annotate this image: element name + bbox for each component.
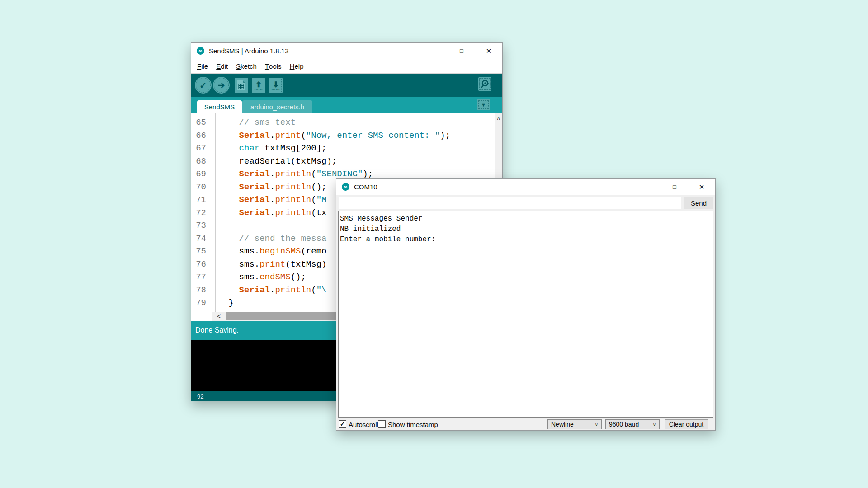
baud-rate-select[interactable]: 9600 baud ∨ (605, 419, 660, 429)
menu-sketch[interactable]: Sketch (232, 59, 261, 73)
save-dots: •••••• (272, 89, 280, 90)
line-number: 73 (191, 219, 211, 232)
maximize-icon: □ (673, 183, 676, 190)
code-line-66: 66 Serial.print("Now, enter SMS content:… (191, 129, 495, 142)
code-line-65: 65 // sms text (191, 116, 495, 129)
maximize-icon: □ (460, 47, 463, 54)
sm-maximize-button[interactable]: □ (661, 179, 688, 195)
serial-output-line: Enter a mobile number: (340, 235, 712, 245)
save-down-arrow-icon: ⬇ (273, 81, 279, 89)
line-number: 71 (191, 193, 211, 206)
serial-monitor-magnifier-icon (480, 79, 490, 89)
tab-sendsms[interactable]: SendSMS (197, 100, 242, 113)
tab-arduino-secrets[interactable]: arduino_secrets.h (242, 100, 312, 113)
tab-list-dropdown-button[interactable]: ▼ (477, 99, 490, 110)
line-number: 67 (191, 142, 211, 155)
verify-button[interactable]: ✓ (195, 77, 212, 94)
ide-tabbar: SendSMS arduino_secrets.h ▼ (191, 97, 502, 113)
serial-monitor-bottom-bar: ✓ Autoscroll Show timestamp Newline ∨ 96… (336, 418, 715, 430)
open-up-arrow-icon: ⬆ (255, 81, 262, 89)
serial-send-input[interactable] (339, 197, 681, 209)
serial-output-area: SMS Messages SenderNB initializedEnter a… (338, 211, 713, 418)
line-number: 75 (191, 245, 211, 258)
arduino-logo-icon: ∞ (197, 47, 204, 55)
line-ending-value: Newline (551, 421, 574, 428)
line-number: 68 (191, 155, 211, 168)
sm-close-button[interactable]: ✕ (688, 179, 715, 195)
clear-output-label: Clear output (669, 421, 703, 428)
menu-file[interactable]: File (193, 59, 212, 73)
serial-output-line: SMS Messages Sender (340, 214, 712, 224)
scroll-up-arrow-icon: ∧ (495, 113, 502, 122)
line-number: 77 (191, 271, 211, 284)
line-number: 66 (191, 129, 211, 142)
ide-window-title: SendSMS | Arduino 1.8.13 (209, 47, 289, 55)
line-number: 65 (191, 116, 211, 129)
ide-maximize-button[interactable]: □ (448, 43, 475, 59)
sm-minimize-button[interactable]: – (634, 179, 661, 195)
line-number: 70 (191, 181, 211, 194)
tab-arduino-secrets-label: arduino_secrets.h (250, 103, 304, 111)
line-number: 72 (191, 206, 211, 220)
combo-chevron-icon: ∨ (653, 422, 656, 427)
send-button-label: Send (691, 199, 707, 207)
scroll-left-arrow-icon: < (214, 312, 224, 321)
ide-close-button[interactable]: ✕ (475, 43, 502, 59)
upload-button[interactable]: ➔ (213, 77, 230, 94)
new-sketch-button[interactable] (235, 78, 248, 93)
save-button[interactable]: ⬇ •••••• (269, 78, 283, 93)
code-line-67: 67 char txtMsg[200]; (191, 142, 495, 155)
minimize-icon: – (433, 47, 436, 55)
send-button[interactable]: Send (684, 197, 713, 209)
line-number: 74 (191, 232, 211, 245)
line-number: 69 (191, 168, 211, 181)
serial-monitor-window: ∞ COM10 – □ ✕ Send SMS Messages SenderNB… (336, 178, 716, 431)
code-line-68: 68 readSerial(txtMsg); (191, 155, 495, 168)
line-ending-select[interactable]: Newline ∨ (547, 419, 602, 429)
chevron-down-icon: ▼ (481, 102, 486, 108)
current-line-number: 92 (197, 393, 203, 400)
close-icon: ✕ (486, 47, 492, 55)
autoscroll-checkbox[interactable]: ✓ (339, 420, 346, 428)
ide-minimize-button[interactable]: – (421, 43, 448, 59)
upload-arrow-icon: ➔ (218, 80, 225, 90)
minimize-icon: – (646, 183, 649, 191)
open-button[interactable]: ⬆ •••••• (252, 78, 265, 93)
menu-edit[interactable]: Edit (212, 59, 232, 73)
arduino-logo-icon: ∞ (342, 183, 349, 191)
autoscroll-label: Autoscroll (349, 418, 378, 431)
combo-chevron-icon: ∨ (595, 422, 598, 427)
show-timestamp-checkbox[interactable] (378, 420, 386, 428)
open-dots: •••••• (255, 89, 263, 90)
ide-titlebar[interactable]: ∞ SendSMS | Arduino 1.8.13 – □ ✕ (191, 43, 502, 59)
clear-output-button[interactable]: Clear output (665, 419, 708, 429)
serial-output-line: NB initialized (340, 224, 712, 235)
show-timestamp-label: Show timestamp (388, 418, 438, 431)
ide-menubar: FileEditSketchToolsHelp (191, 59, 502, 74)
status-message: Done Saving. (195, 326, 239, 334)
serial-monitor-title: COM10 (354, 183, 377, 191)
menu-help[interactable]: Help (286, 59, 308, 73)
serial-monitor-button[interactable] (478, 77, 491, 91)
line-number: 79 (191, 296, 211, 310)
verify-check-icon: ✓ (199, 80, 207, 91)
ide-toolbar: ✓ ➔ ⬆ •••••• ⬇ •••••• (191, 74, 502, 97)
new-document-icon (237, 80, 246, 91)
serial-monitor-titlebar[interactable]: ∞ COM10 – □ ✕ (336, 179, 715, 195)
baud-rate-value: 9600 baud (609, 421, 639, 428)
line-number: 76 (191, 258, 211, 271)
close-icon: ✕ (699, 183, 705, 191)
line-number: 78 (191, 284, 211, 297)
tab-sendsms-label: SendSMS (204, 103, 235, 111)
menu-tools[interactable]: Tools (261, 59, 286, 73)
